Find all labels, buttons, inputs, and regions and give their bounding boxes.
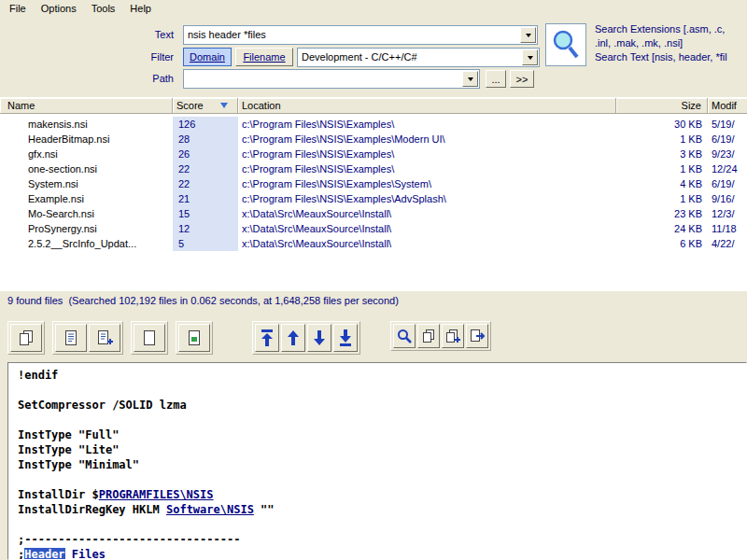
cell-score: 21 xyxy=(173,191,238,206)
table-row[interactable]: makensis.nsi126c:\Program Files\NSIS\Exa… xyxy=(0,117,747,132)
cell-score: 126 xyxy=(173,117,238,132)
doc-blank-button[interactable] xyxy=(134,324,165,352)
search-button[interactable] xyxy=(545,23,586,66)
menu-options[interactable]: Options xyxy=(34,1,84,16)
results-body: makensis.nsi126c:\Program Files\NSIS\Exa… xyxy=(0,114,747,291)
current-match: Header xyxy=(24,548,64,560)
preview-line: !endif xyxy=(18,369,737,384)
cell-size: 24 KB xyxy=(616,221,708,236)
browse-button[interactable]: ... xyxy=(486,70,506,88)
toolbar-group xyxy=(252,321,360,355)
preview-line xyxy=(18,473,737,488)
code-text xyxy=(65,548,72,560)
dropdown-arrow-icon[interactable] xyxy=(462,71,478,87)
column-header-location[interactable]: Location xyxy=(238,98,616,113)
preview-line xyxy=(18,413,737,428)
search-text-combobox[interactable]: nsis header *files xyxy=(183,25,538,45)
column-header-name[interactable]: Name xyxy=(0,98,173,113)
doc-add-button[interactable] xyxy=(89,324,120,352)
doc-blank-icon xyxy=(140,329,159,347)
column-header-size[interactable]: Size xyxy=(616,98,708,113)
cell-score: 28 xyxy=(173,132,238,147)
copy-add-button[interactable] xyxy=(442,324,464,348)
menu-file[interactable]: File xyxy=(2,1,34,16)
table-row[interactable]: ProSynergy.nsi12x:\Data\Src\MeauxSource\… xyxy=(0,221,747,236)
first-match-button[interactable] xyxy=(255,324,279,352)
preview-line: ;-------------------------------- xyxy=(18,533,737,548)
path-label: Path xyxy=(0,73,174,84)
copy-button[interactable] xyxy=(10,324,42,352)
export-icon xyxy=(469,328,486,344)
app-window: File Options Tools Help Text nsis header… xyxy=(0,0,747,560)
preview-line: InstType "Lite" xyxy=(18,443,737,458)
cell-size: 30 KB xyxy=(616,117,708,132)
results-header: Name Score Location Size Modif xyxy=(0,97,747,114)
code-text: InstType "Minimal" xyxy=(18,458,139,471)
table-row[interactable]: 2.5.2__SrcInfo_Updat...5x:\Data\Src\Meau… xyxy=(0,236,747,251)
cell-size: 23 KB xyxy=(616,206,708,221)
cell-location: c:\Program Files\NSIS\Examples\ xyxy=(238,161,616,176)
last-match-icon xyxy=(337,329,354,347)
menu-tools[interactable]: Tools xyxy=(84,1,123,16)
column-header-score[interactable]: Score xyxy=(173,98,238,113)
doc-lines-button[interactable] xyxy=(55,324,87,352)
prev-match-icon xyxy=(285,329,302,347)
table-row[interactable]: HeaderBitmap.nsi28c:\Program Files\NSIS\… xyxy=(0,132,747,147)
cell-location: c:\Program Files\NSIS\Examples\AdvSplash… xyxy=(238,191,616,206)
dropdown-arrow-icon[interactable] xyxy=(522,49,538,65)
status-text: 9 found files (Searched 102,192 files in… xyxy=(7,295,399,306)
preview-text[interactable]: !endif SetCompressor /SOLID lzma InstTyp… xyxy=(7,362,747,560)
path-combobox[interactable] xyxy=(183,69,480,89)
search-match: Software\NSIS xyxy=(166,503,254,516)
cell-modified: 6/19/ xyxy=(708,132,747,147)
filename-toggle-button[interactable]: Filename xyxy=(235,48,293,66)
sort-desc-icon xyxy=(220,103,228,108)
cell-location: c:\Program Files\NSIS\Examples\ xyxy=(238,147,616,161)
table-row[interactable]: Mo-Search.nsi15x:\Data\Src\MeauxSource\I… xyxy=(0,206,747,221)
cell-name: 2.5.2__SrcInfo_Updat... xyxy=(0,236,173,251)
more-button[interactable]: >> xyxy=(510,70,534,88)
table-row[interactable]: one-section.nsi22c:\Program Files\NSIS\E… xyxy=(0,161,747,176)
table-row[interactable]: System.nsi22c:\Program Files\NSIS\Exampl… xyxy=(0,176,747,191)
export-button[interactable] xyxy=(466,324,488,348)
table-row[interactable]: Example.nsi21c:\Program Files\NSIS\Examp… xyxy=(0,191,747,206)
category-select[interactable]: Development - C/C++/C# xyxy=(297,48,540,67)
toolbar-group xyxy=(7,321,45,355)
find-button[interactable] xyxy=(393,324,416,348)
menu-bar: File Options Tools Help xyxy=(0,0,747,17)
toolbar-group xyxy=(176,321,213,355)
dropdown-arrow-icon[interactable] xyxy=(520,27,536,43)
doc-add-icon xyxy=(95,329,114,347)
cell-score: 22 xyxy=(173,161,238,176)
info-line: Search Extensions [.asm, .c, xyxy=(595,22,747,36)
cell-modified: 6/19/ xyxy=(708,176,747,191)
next-match-button[interactable] xyxy=(307,324,331,352)
cell-score: 15 xyxy=(173,206,238,221)
preview-line: SetCompressor /SOLID lzma xyxy=(18,399,737,413)
cell-name: makensis.nsi xyxy=(0,117,173,132)
cell-name: System.nsi xyxy=(0,176,173,191)
menu-help[interactable]: Help xyxy=(122,1,159,16)
preview-line xyxy=(18,384,737,399)
domain-toggle-button[interactable]: Domain xyxy=(183,48,232,66)
text-label: Text xyxy=(0,29,174,40)
code-text: InstallDir $ xyxy=(18,488,99,501)
filter-label: Filter xyxy=(0,51,174,63)
cell-score: 26 xyxy=(173,147,238,161)
last-match-button[interactable] xyxy=(333,324,358,352)
cell-score: 12 xyxy=(173,221,238,236)
cell-name: Mo-Search.nsi xyxy=(0,206,173,221)
copy-small-button[interactable] xyxy=(417,324,440,348)
column-header-modified[interactable]: Modif xyxy=(708,98,747,113)
cell-location: x:\Data\Src\MeauxSource\Install\ xyxy=(238,236,616,251)
info-line: .inl, .mak, .mk, .nsi] xyxy=(595,36,747,50)
cell-location: c:\Program Files\NSIS\Examples\System\ xyxy=(238,176,616,191)
doc-image-button[interactable] xyxy=(178,324,210,352)
prev-match-button[interactable] xyxy=(281,324,305,352)
cell-size: 1 KB xyxy=(616,191,708,206)
column-label: Location xyxy=(242,100,281,111)
search-info: Search Extensions [.asm, .c, .inl, .mak,… xyxy=(595,22,747,64)
code-text: !endif xyxy=(18,369,58,382)
table-row[interactable]: gfx.nsi26c:\Program Files\NSIS\Examples\… xyxy=(0,147,747,161)
preview-line: InstallDirRegKey HKLM Software\NSIS "" xyxy=(18,503,737,518)
